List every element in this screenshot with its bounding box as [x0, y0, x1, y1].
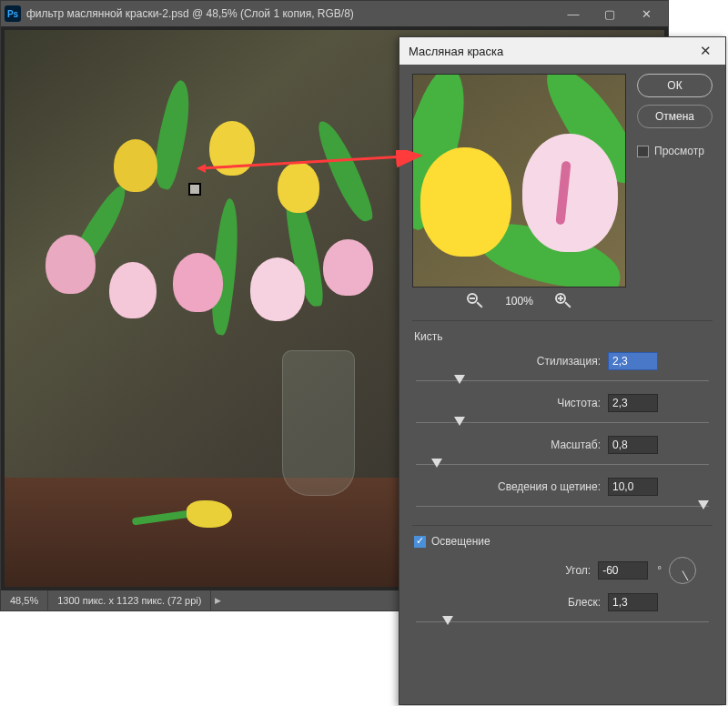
dialog-title: Масляная краска: [409, 45, 694, 58]
scale-label: Масштаб:: [551, 439, 601, 451]
zoom-out-icon[interactable]: [467, 293, 483, 309]
close-button[interactable]: ✕: [628, 3, 664, 25]
angle-label: Угол:: [565, 564, 591, 577]
status-zoom[interactable]: 48,5%: [1, 590, 48, 610]
status-menu-arrow-icon[interactable]: ▶: [211, 596, 224, 605]
preview-checkbox-label: Просмотр: [654, 145, 704, 157]
cleanliness-input[interactable]: [608, 394, 658, 412]
scale-slider[interactable]: [416, 456, 709, 474]
status-docinfo[interactable]: 1300 пикс. x 1123 пикс. (72 ppi): [48, 590, 211, 610]
cleanliness-label: Чистота:: [557, 397, 601, 409]
preview-checkbox[interactable]: [637, 146, 649, 157]
stylization-input[interactable]: [608, 352, 658, 370]
dialog-titlebar[interactable]: Масляная краска ✕: [399, 37, 725, 65]
cleanliness-slider[interactable]: [416, 414, 709, 432]
angle-dial[interactable]: [669, 557, 696, 584]
minimize-button[interactable]: —: [555, 3, 592, 25]
maximize-button[interactable]: ▢: [592, 3, 628, 25]
bristle-slider[interactable]: [416, 498, 709, 516]
brush-section-title: Кисть: [412, 330, 713, 343]
cancel-button[interactable]: Отмена: [637, 105, 713, 128]
lighting-section-title: Освещение: [431, 535, 490, 548]
photoshop-logo: Ps: [5, 5, 21, 22]
oil-paint-dialog: Масляная краска ✕ 100% ОК Отмена: [399, 36, 726, 705]
stylization-label: Стилизация:: [537, 355, 601, 368]
lighting-section: Освещение Угол: ° Блеск:: [412, 525, 713, 640]
zoom-level[interactable]: 100%: [505, 295, 533, 308]
angle-input[interactable]: [598, 561, 648, 580]
shine-label: Блеск:: [568, 596, 601, 609]
bristle-label: Сведения о щетине:: [498, 480, 601, 493]
sample-point-marker[interactable]: [188, 183, 201, 196]
scale-input[interactable]: [608, 436, 658, 454]
shine-slider[interactable]: [416, 613, 709, 631]
degree-symbol: °: [657, 564, 662, 577]
window-titlebar[interactable]: Ps фильтр маслянной краски-2.psd @ 48,5%…: [1, 1, 668, 26]
zoom-in-icon[interactable]: [555, 293, 571, 309]
stylization-slider[interactable]: [416, 372, 709, 390]
dialog-close-button[interactable]: ✕: [694, 40, 716, 62]
lighting-checkbox[interactable]: [414, 536, 426, 548]
brush-section: Кисть Стилизация: Чистота: Масштаб:: [412, 320, 713, 525]
filter-preview[interactable]: [412, 74, 626, 287]
shine-input[interactable]: [608, 593, 658, 611]
ok-button[interactable]: ОК: [637, 74, 713, 97]
bristle-input[interactable]: [608, 478, 658, 496]
window-title: фильтр маслянной краски-2.psd @ 48,5% (С…: [26, 7, 555, 20]
